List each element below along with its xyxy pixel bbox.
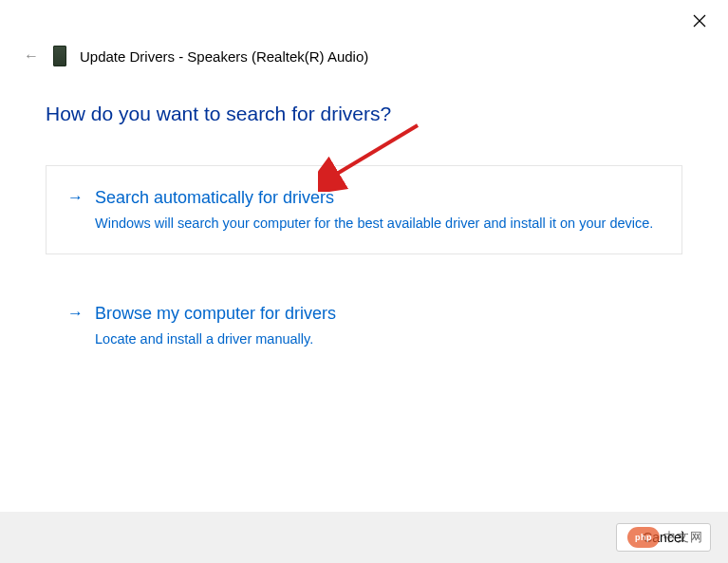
arrow-right-icon: → xyxy=(67,301,84,326)
option-title: Search automatically for drivers xyxy=(95,185,661,210)
option-description: Windows will search your computer for th… xyxy=(95,214,661,233)
option-description: Locate and install a driver manually. xyxy=(95,329,661,348)
dialog-title: Update Drivers - Speakers (Realtek(R) Au… xyxy=(80,48,368,65)
cancel-button[interactable]: Cancel xyxy=(616,523,711,552)
speaker-device-icon xyxy=(53,46,66,66)
back-arrow-icon[interactable]: ← xyxy=(23,47,40,65)
dialog-footer: Cancel xyxy=(0,512,728,563)
option-search-automatically[interactable]: → Search automatically for drivers Windo… xyxy=(46,165,682,254)
close-button[interactable] xyxy=(692,13,707,28)
main-heading: How do you want to search for drivers? xyxy=(46,103,682,125)
arrow-right-icon: → xyxy=(67,185,84,210)
option-title: Browse my computer for drivers xyxy=(95,301,661,326)
dialog-header: ← Update Drivers - Speakers (Realtek(R) … xyxy=(23,46,368,66)
option-browse-computer[interactable]: → Browse my computer for drivers Locate … xyxy=(46,281,682,363)
close-icon xyxy=(693,14,706,28)
dialog-content: How do you want to search for drivers? →… xyxy=(46,103,682,389)
